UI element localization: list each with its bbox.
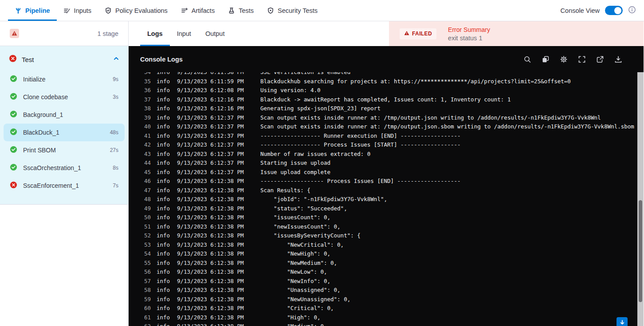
log-line: 50info9/13/2023 6:12:38 PM "issuesCount"… — [142, 213, 644, 222]
tab-tests[interactable]: Tests — [221, 0, 260, 21]
scrollbar-thumb[interactable] — [639, 200, 642, 302]
log-line: 39info9/13/2023 6:12:37 PMScan output ex… — [142, 113, 644, 123]
log-line: 55info9/13/2023 6:12:38 PM "NewMedium": … — [142, 259, 644, 268]
log-tabs: Logs Input Output — [129, 21, 232, 46]
step-name: BlackDuck_1 — [23, 129, 59, 136]
tab-label: Pipeline — [25, 7, 50, 14]
step-name: Initialize — [23, 76, 46, 83]
log-line-number: 35 — [142, 77, 151, 86]
log-timestamp: 9/13/2023 6:12:37 PM — [177, 113, 250, 123]
log-timestamp: 9/13/2023 6:12:37 PM — [177, 150, 250, 159]
step-name: Clone codebase — [23, 93, 68, 101]
log-line: 60info9/13/2023 6:12:38 PM "Critical": 0… — [142, 304, 644, 313]
sidebar-step[interactable]: SscaOrchestration_18s — [4, 159, 125, 177]
failed-status-badge: FAILED — [400, 28, 436, 39]
log-message: Number of raw issues extracted: 0 — [260, 150, 370, 159]
log-timestamp: 9/13/2023 6:12:38 PM — [177, 268, 250, 277]
log-message: "newIssuesCount": 0, — [260, 222, 341, 232]
chevron-up-icon[interactable] — [113, 55, 119, 63]
log-line: 34info9/13/2023 6:11:58 PMSSL verificati… — [142, 72, 644, 77]
sidebar-step[interactable]: Clone codebase3s — [4, 88, 125, 106]
log-timestamp: 9/13/2023 6:12:38 PM — [177, 313, 250, 322]
tab-security-tests[interactable]: Security Tests — [260, 0, 324, 21]
console-view-toggle[interactable] — [605, 6, 623, 15]
log-level: info — [157, 286, 171, 295]
open-in-new-icon[interactable] — [596, 55, 604, 63]
log-level: info — [157, 186, 171, 195]
log-message: "NewLow": 0, — [260, 268, 327, 277]
log-line: 53info9/13/2023 6:12:38 PM "NewCritical"… — [142, 241, 644, 250]
scroll-to-bottom-button[interactable] — [617, 317, 628, 326]
log-timestamp: 9/13/2023 6:12:38 PM — [177, 322, 250, 326]
tab-output[interactable]: Output — [198, 21, 232, 46]
log-message: Starting issue upload — [260, 159, 330, 168]
log-level: info — [157, 150, 171, 159]
tab-policy-evaluations[interactable]: Policy Evaluations — [98, 0, 174, 21]
settings-icon[interactable] — [560, 55, 568, 63]
log-level: info — [157, 222, 171, 232]
tab-pipeline[interactable]: Pipeline — [8, 0, 57, 21]
fullscreen-icon[interactable] — [578, 55, 586, 63]
log-line-number: 44 — [142, 159, 151, 168]
log-timestamp: 9/13/2023 6:12:38 PM — [177, 304, 250, 313]
log-message: Generating spdx-json[SPDX_23] report — [260, 104, 381, 113]
step-duration: 3s — [113, 94, 118, 100]
log-level: info — [157, 159, 171, 168]
stage-title-row[interactable]: Test — [0, 46, 128, 69]
sidebar-step[interactable]: BlackDuck_148s — [4, 124, 125, 141]
failed-badge-label: FAILED — [412, 31, 432, 37]
log-line: 62info9/13/2023 6:12:38 PM "Medium": 0 — [142, 322, 644, 326]
log-line-number: 49 — [142, 204, 151, 213]
log-timestamp: 9/13/2023 6:12:38 PM — [177, 222, 250, 232]
tab-label: Policy Evaluations — [115, 7, 168, 14]
log-timestamp: 9/13/2023 6:12:38 PM — [177, 249, 250, 259]
log-line-number: 57 — [142, 277, 151, 286]
tab-artifacts[interactable]: Artifacts — [174, 0, 221, 21]
log-viewport[interactable]: 34info9/13/2023 6:11:58 PMSSL verificati… — [129, 72, 644, 326]
stage-failed-icon — [9, 54, 17, 64]
console-scrollbar[interactable] — [637, 72, 644, 326]
success-icon — [10, 128, 17, 137]
log-message: "status": "Succeeded", — [260, 204, 347, 213]
log-line-number: 50 — [142, 213, 151, 222]
artifacts-icon — [181, 7, 188, 14]
error-summary-text: Error Summary exit status 1 — [448, 26, 490, 42]
error-summary-message: exit status 1 — [448, 35, 490, 42]
log-content-area: Logs Input Output FAILED Error Summary e… — [129, 21, 644, 326]
log-level: info — [157, 122, 171, 132]
sidebar-step[interactable]: SscaEnforcement_17s — [4, 177, 125, 194]
tab-input[interactable]: Input — [170, 21, 198, 46]
search-icon[interactable] — [523, 55, 531, 63]
log-message: Blackduck -> awaitReport has completed, … — [260, 95, 510, 105]
security-tests-icon — [267, 7, 274, 14]
log-line-number: 34 — [142, 72, 151, 77]
step-duration: 8s — [113, 165, 118, 171]
log-message: "Unassigned": 0, — [260, 286, 341, 295]
inputs-icon — [63, 7, 71, 14]
sidebar-step[interactable]: Initialize9s — [4, 70, 125, 88]
log-line: 41info9/13/2023 6:12:37 PM--------------… — [142, 132, 644, 141]
log-line: 36info9/13/2023 6:12:08 PMUsing version:… — [142, 86, 644, 95]
log-timestamp: 9/13/2023 6:11:59 PM — [177, 77, 250, 86]
log-line: 47info9/13/2023 6:12:38 PMScan Results: … — [142, 186, 644, 195]
log-line: 42info9/13/2023 6:12:37 PM--------------… — [142, 140, 644, 150]
info-icon[interactable] — [628, 6, 636, 16]
stage-panel: Test Initialize9sClone codebase3sBackgro… — [0, 46, 128, 205]
sidebar-step[interactable]: Print SBOM27s — [4, 141, 125, 159]
log-timestamp: 9/13/2023 6:12:38 PM — [177, 286, 250, 295]
log-level: info — [157, 249, 171, 259]
log-message: Blackduckhub searching for projects at: … — [260, 77, 571, 86]
log-line-number: 61 — [142, 313, 151, 322]
log-line: 40info9/13/2023 6:12:37 PMScan output ex… — [142, 122, 644, 132]
log-topbar: Logs Input Output FAILED Error Summary e… — [129, 21, 644, 46]
download-icon[interactable] — [614, 55, 622, 63]
log-level: info — [157, 77, 171, 86]
log-line-number: 41 — [142, 132, 151, 141]
log-line: 61info9/13/2023 6:12:38 PM "High": 0, — [142, 313, 644, 322]
log-level: info — [157, 277, 171, 286]
log-timestamp: 9/13/2023 6:12:37 PM — [177, 122, 250, 132]
sidebar-step[interactable]: Background_1 — [4, 106, 125, 124]
tab-logs[interactable]: Logs — [140, 21, 170, 46]
copy-icon[interactable] — [542, 55, 550, 63]
tab-inputs[interactable]: Inputs — [57, 0, 98, 21]
